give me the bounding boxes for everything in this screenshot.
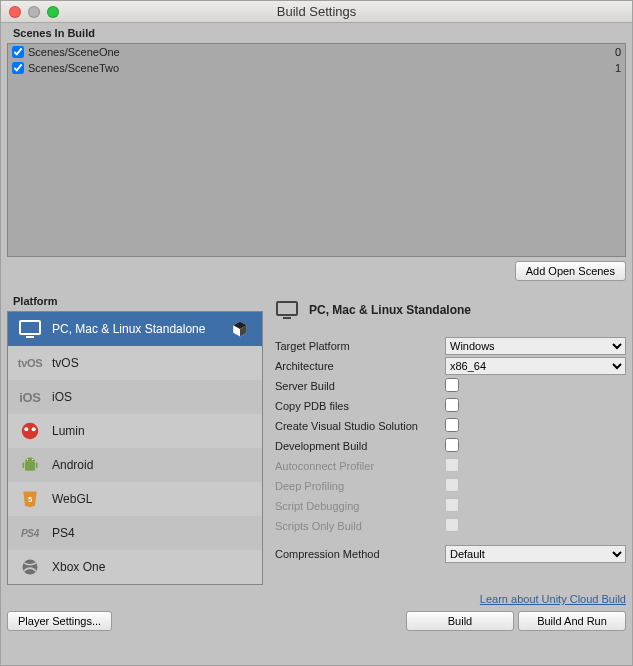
- svg-point-7: [32, 427, 36, 431]
- platform-label: Platform: [7, 291, 263, 311]
- platform-item-ps4[interactable]: PS4 PS4: [8, 516, 262, 550]
- deep-profiling-checkbox: [445, 478, 459, 492]
- platform-item-android[interactable]: Android: [8, 448, 262, 482]
- target-platform-label: Target Platform: [275, 340, 445, 352]
- ps4-icon: PS4: [18, 521, 42, 545]
- server-build-checkbox[interactable]: [445, 378, 459, 392]
- create-vs-label: Create Visual Studio Solution: [275, 420, 445, 432]
- autoconnect-checkbox: [445, 458, 459, 472]
- platform-settings: PC, Mac & Linux Standalone Target Platfo…: [275, 291, 626, 605]
- dev-build-checkbox[interactable]: [445, 438, 459, 452]
- dev-build-label: Development Build: [275, 440, 445, 452]
- platform-item-webgl[interactable]: 5 WebGL: [8, 482, 262, 516]
- script-debug-label: Script Debugging: [275, 500, 445, 512]
- compression-select[interactable]: Default: [445, 545, 626, 563]
- svg-point-5: [22, 423, 39, 440]
- tvos-icon: tvOS: [18, 351, 42, 375]
- webgl-icon: 5: [18, 487, 42, 511]
- build-button[interactable]: Build: [406, 611, 514, 631]
- scene-index: 0: [615, 46, 621, 58]
- create-vs-checkbox[interactable]: [445, 418, 459, 432]
- compression-label: Compression Method: [275, 548, 445, 560]
- platform-item-label: iOS: [52, 390, 72, 404]
- build-and-run-button[interactable]: Build And Run: [518, 611, 626, 631]
- svg-rect-1: [26, 336, 34, 338]
- platform-item-tvos[interactable]: tvOS tvOS: [8, 346, 262, 380]
- copy-pdb-checkbox[interactable]: [445, 398, 459, 412]
- svg-point-12: [32, 459, 33, 460]
- window-title: Build Settings: [1, 4, 632, 19]
- script-debug-checkbox: [445, 498, 459, 512]
- scene-checkbox[interactable]: [12, 46, 24, 58]
- platform-item-label: Xbox One: [52, 560, 105, 574]
- platform-item-label: tvOS: [52, 356, 79, 370]
- ios-icon: iOS: [18, 385, 42, 409]
- scene-name: Scenes/SceneOne: [28, 46, 615, 58]
- platform-item-label: PC, Mac & Linux Standalone: [52, 322, 205, 336]
- server-build-label: Server Build: [275, 380, 445, 392]
- scripts-only-checkbox: [445, 518, 459, 532]
- settings-title: PC, Mac & Linux Standalone: [309, 303, 471, 317]
- autoconnect-label: Autoconnect Profiler: [275, 460, 445, 472]
- platform-item-label: WebGL: [52, 492, 92, 506]
- scene-checkbox[interactable]: [12, 62, 24, 74]
- svg-rect-0: [20, 321, 40, 334]
- platform-item-standalone[interactable]: PC, Mac & Linux Standalone: [8, 312, 262, 346]
- svg-text:5: 5: [28, 495, 32, 504]
- platform-item-xboxone[interactable]: Xbox One: [8, 550, 262, 584]
- monitor-icon: [18, 317, 42, 341]
- svg-point-15: [23, 560, 38, 575]
- svg-rect-8: [25, 462, 35, 471]
- deep-profiling-label: Deep Profiling: [275, 480, 445, 492]
- platform-item-label: Android: [52, 458, 93, 472]
- scenes-list[interactable]: Scenes/SceneOne 0 Scenes/SceneTwo 1: [7, 43, 626, 257]
- platform-item-lumin[interactable]: Lumin: [8, 414, 262, 448]
- svg-point-6: [24, 427, 28, 431]
- scene-row[interactable]: Scenes/SceneOne 0: [8, 44, 625, 60]
- platform-item-label: Lumin: [52, 424, 85, 438]
- lumin-icon: [18, 419, 42, 443]
- player-settings-button[interactable]: Player Settings...: [7, 611, 112, 631]
- platform-item-ios[interactable]: iOS iOS: [8, 380, 262, 414]
- unity-logo-icon: [228, 317, 252, 341]
- scripts-only-label: Scripts Only Build: [275, 520, 445, 532]
- monitor-icon: [275, 298, 299, 322]
- svg-rect-10: [36, 463, 38, 469]
- svg-rect-16: [277, 302, 297, 315]
- add-open-scenes-button[interactable]: Add Open Scenes: [515, 261, 626, 281]
- xbox-icon: [18, 555, 42, 579]
- scene-name: Scenes/SceneTwo: [28, 62, 615, 74]
- scenes-in-build-label: Scenes In Build: [7, 23, 626, 43]
- scene-index: 1: [615, 62, 621, 74]
- svg-rect-17: [283, 317, 291, 319]
- svg-point-11: [27, 459, 28, 460]
- learn-cloud-build-link[interactable]: Learn about Unity Cloud Build: [480, 593, 626, 605]
- scene-row[interactable]: Scenes/SceneTwo 1: [8, 60, 625, 76]
- architecture-select[interactable]: x86_64: [445, 357, 626, 375]
- target-platform-select[interactable]: Windows: [445, 337, 626, 355]
- platform-list: PC, Mac & Linux Standalone tvOS tvOS iOS…: [7, 311, 263, 585]
- titlebar: Build Settings: [1, 1, 632, 23]
- platform-item-label: PS4: [52, 526, 75, 540]
- svg-rect-9: [23, 463, 25, 469]
- architecture-label: Architecture: [275, 360, 445, 372]
- android-icon: [18, 453, 42, 477]
- copy-pdb-label: Copy PDB files: [275, 400, 445, 412]
